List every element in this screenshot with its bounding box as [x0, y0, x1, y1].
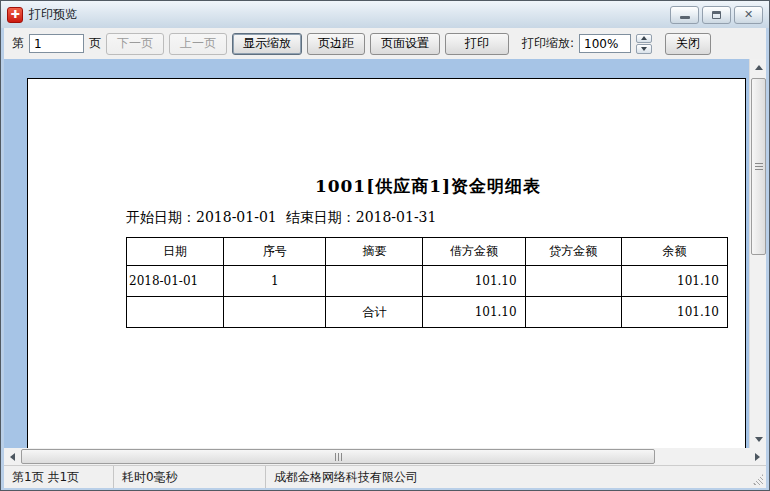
print-zoom-label: 打印缩放:: [522, 35, 574, 52]
page-suffix-label: 页: [89, 35, 101, 52]
spinner-up-button[interactable]: [636, 34, 652, 44]
margins-button[interactable]: 页边距: [307, 33, 365, 55]
start-date-value: 2018-01-01: [196, 209, 277, 225]
table-cell: 101.10: [423, 266, 525, 297]
page-prefix-label: 第: [12, 35, 24, 52]
table-row: 2018-01-011101.10101.10: [127, 266, 728, 297]
report-content: 1001[供应商1]资金明细表 开始日期：2018-01-01结束日期：2018…: [126, 175, 730, 328]
spinner-down-button[interactable]: [636, 44, 652, 54]
end-date-label: 结束日期：: [286, 209, 356, 225]
report-page: 1001[供应商1]资金明细表 开始日期：2018-01-01结束日期：2018…: [27, 78, 746, 448]
table-cell: [525, 266, 621, 297]
horizontal-scrollbar[interactable]: [4, 448, 766, 465]
print-button[interactable]: 打印: [445, 33, 509, 55]
page-setup-button[interactable]: 页面设置: [370, 33, 440, 55]
next-page-button[interactable]: 下一页: [106, 33, 164, 55]
maximize-icon: [712, 11, 721, 19]
table-header-cell: 借方金额: [423, 238, 525, 266]
scroll-left-button[interactable]: [4, 448, 21, 465]
statusbar: 第1页 共1页 耗时0毫秒 成都金格网络科技有限公司: [4, 465, 766, 488]
spin-down-icon: [641, 47, 647, 51]
scroll-left-icon: [10, 453, 15, 461]
start-date-label: 开始日期：: [126, 209, 196, 225]
scroll-right-icon: [755, 453, 760, 461]
table-cell: 1: [224, 266, 326, 297]
minimize-button[interactable]: [670, 6, 699, 24]
scroll-up-icon: [755, 65, 763, 70]
app-logo-icon: ✚: [7, 7, 23, 23]
titlebar: ✚ 打印预览 ✕: [1, 1, 769, 28]
table-cell: 101.10: [621, 266, 727, 297]
table-header-cell: 贷方金额: [525, 238, 621, 266]
spin-up-icon: [641, 36, 647, 40]
elapsed-status: 耗时0毫秒: [114, 466, 266, 488]
scroll-down-button[interactable]: [750, 431, 766, 448]
scroll-up-button[interactable]: [750, 59, 766, 76]
table-header-cell: 余额: [621, 238, 727, 266]
scroll-down-icon: [755, 437, 763, 442]
table-cell: 2018-01-01: [127, 266, 224, 297]
toolbar: 第 页 下一页 上一页 显示缩放 页边距 页面设置 打印 打印缩放: 关闭: [4, 28, 766, 59]
print-zoom-input[interactable]: [579, 34, 631, 53]
window-content: 第 页 下一页 上一页 显示缩放 页边距 页面设置 打印 打印缩放: 关闭 10…: [4, 28, 766, 488]
table-header-cell: 摘要: [326, 238, 423, 266]
table-cell: 101.10: [423, 297, 525, 328]
table-cell: [326, 266, 423, 297]
print-zoom-spinner: [636, 34, 652, 54]
company-name: 成都金格网络科技有限公司: [266, 466, 766, 488]
end-date-value: 2018-01-31: [356, 209, 437, 225]
table-cell: [224, 297, 326, 328]
prev-page-button[interactable]: 上一页: [169, 33, 227, 55]
maximize-button[interactable]: [702, 6, 731, 24]
date-range-line: 开始日期：2018-01-01结束日期：2018-01-31: [126, 209, 730, 227]
print-preview-window: ✚ 打印预览 ✕ 第 页 下一页 上一页 显示缩放 页边距 页面设置 打印 打: [0, 0, 770, 491]
close-preview-button[interactable]: 关闭: [665, 33, 711, 55]
report-table: 日期序号摘要借方金额贷方金额余额 2018-01-011101.10101.10…: [126, 237, 728, 328]
table-row: 合计101.10101.10: [127, 297, 728, 328]
table-header-cell: 序号: [224, 238, 326, 266]
vertical-scrollbar[interactable]: [749, 59, 766, 448]
minimize-icon: [680, 16, 690, 19]
report-table-body: 2018-01-011101.10101.10合计101.10101.10: [127, 266, 728, 328]
close-window-button[interactable]: ✕: [734, 6, 763, 24]
page-number-input[interactable]: [29, 34, 84, 53]
report-title: 1001[供应商1]资金明细表: [126, 175, 730, 198]
window-title: 打印预览: [29, 6, 77, 23]
table-cell: [127, 297, 224, 328]
vertical-scrollbar-thumb[interactable]: [751, 78, 766, 255]
table-cell: 合计: [326, 297, 423, 328]
table-header-cell: 日期: [127, 238, 224, 266]
close-icon: ✕: [744, 9, 753, 20]
show-zoom-button[interactable]: 显示缩放: [232, 33, 302, 55]
table-cell: [525, 297, 621, 328]
preview-area: 1001[供应商1]资金明细表 开始日期：2018-01-01结束日期：2018…: [4, 59, 766, 448]
table-cell: 101.10: [621, 297, 727, 328]
scroll-right-button[interactable]: [749, 448, 766, 465]
window-controls: ✕: [670, 6, 763, 24]
report-table-head-row: 日期序号摘要借方金额贷方金额余额: [127, 238, 728, 266]
page-status: 第1页 共1页: [4, 466, 114, 488]
horizontal-scrollbar-thumb[interactable]: [21, 449, 655, 464]
